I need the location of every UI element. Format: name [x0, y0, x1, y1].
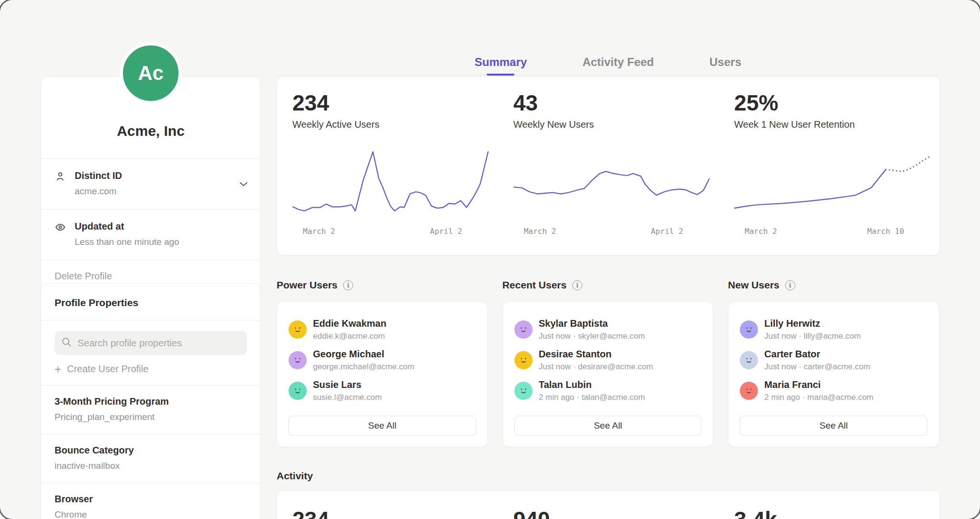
distinct-id-label: Distinct ID — [75, 170, 122, 181]
avatar — [740, 320, 758, 339]
stat-weekly-active-users: 234 Weekly Active Users March 2 April 2 — [277, 77, 498, 255]
power-users-card: Eddie Kwakman eddie.k@acme.com George Mi… — [277, 301, 488, 447]
recent-users-column: Recent Users i Skylar Baptista Just now … — [502, 279, 714, 447]
company-profile-page: Ac Acme, Inc Distinct ID acme.com — [0, 0, 980, 519]
user-name: Skylar Baptista — [539, 318, 645, 329]
updated-at-label: Updated at — [75, 221, 179, 232]
see-all-button[interactable]: See All — [289, 416, 476, 436]
stat-value: 234 — [292, 508, 498, 519]
user-name: George Michael — [313, 349, 414, 360]
user-subtitle: Just now · desirare@acme.com — [539, 362, 653, 372]
weekly-new-users-chart — [513, 148, 710, 219]
chevron-down-icon[interactable] — [239, 180, 248, 188]
property-row-pricing-program[interactable]: 3-Month Pricing Program Pricing_plan_exp… — [41, 385, 260, 434]
tab-bar: Summary Activity Feed Users — [277, 50, 939, 75]
x-axis-labels: March 2 April 2 — [513, 227, 710, 236]
company-avatar-initials: Ac — [138, 62, 164, 85]
recent-users-title: Recent Users — [502, 279, 567, 291]
avatar — [289, 382, 307, 400]
new-users-card: Lilly Herwitz Just now · lilly@acme.com … — [728, 301, 939, 447]
see-all-button[interactable]: See All — [514, 416, 702, 436]
company-avatar: Ac — [120, 42, 182, 104]
property-name: 3-Month Pricing Program — [55, 396, 247, 407]
stat-value: 940 — [513, 508, 719, 519]
plus-icon: + — [55, 364, 61, 374]
info-icon[interactable]: i — [343, 280, 353, 290]
avatar-face-icon — [517, 323, 530, 336]
avatar-face-icon — [743, 323, 755, 336]
user-subtitle: Just now · carter@acme.com — [764, 362, 870, 372]
user-name: Susie Lars — [313, 379, 382, 390]
retention-chart — [734, 148, 930, 219]
user-list-item[interactable]: Talan Lubin 2 min ago · talan@acme.com — [514, 375, 702, 406]
tab-users[interactable]: Users — [710, 50, 742, 75]
user-subtitle: Just now · skyler@acme.com — [539, 331, 645, 341]
user-list-item[interactable]: George Michael george.michael@acme.com — [289, 345, 476, 375]
recent-users-card: Skylar Baptista Just now · skyler@acme.c… — [502, 301, 714, 447]
summary-stats-card: 234 Weekly Active Users March 2 April 2 … — [277, 77, 940, 255]
user-name: Lilly Herwitz — [764, 318, 860, 329]
activity-section-title: Activity — [277, 470, 313, 482]
property-row-browser[interactable]: Browser Chrome — [41, 483, 260, 519]
search-icon — [61, 337, 72, 349]
avatar-face-icon — [291, 385, 304, 397]
see-all-button[interactable]: See All — [740, 416, 927, 436]
updated-at-value: Less than one minute ago — [75, 237, 179, 247]
property-name: Bounce Category — [55, 445, 247, 456]
property-value: inactive-mailbox — [55, 461, 247, 471]
x-tick: March 10 — [867, 227, 904, 236]
power-users-title: Power Users — [277, 279, 337, 291]
search-profile-properties[interactable] — [55, 331, 247, 355]
user-list-item[interactable]: Eddie Kwakman eddie.k@acme.com — [289, 314, 476, 345]
stat-value: 43 — [513, 91, 719, 114]
user-list-item[interactable]: Susie Lars susie.l@acme.com — [289, 375, 476, 406]
weekly-active-users-chart — [292, 148, 489, 219]
user-name: Desirae Stanton — [539, 349, 653, 360]
user-subtitle: eddie.k@acme.com — [313, 331, 386, 341]
property-row-bounce-category[interactable]: Bounce Category inactive-mailbox — [41, 434, 260, 483]
avatar — [740, 351, 758, 369]
user-subtitle: 2 min ago · talan@acme.com — [539, 393, 645, 402]
stat-value: 234 — [292, 91, 498, 114]
avatar-face-icon — [517, 385, 530, 397]
user-lists-row: Power Users i Eddie Kwakman eddie.k@acme… — [277, 279, 939, 447]
search-profile-properties-input[interactable] — [77, 337, 240, 349]
person-icon — [55, 170, 67, 197]
user-subtitle: 2 min ago · maria@acme.com — [764, 393, 873, 402]
tab-summary[interactable]: Summary — [475, 50, 527, 75]
info-icon[interactable]: i — [572, 280, 582, 290]
user-list-item[interactable]: Skylar Baptista Just now · skyler@acme.c… — [514, 314, 702, 345]
tab-activity-feed[interactable]: Activity Feed — [582, 50, 654, 75]
user-list-item[interactable]: Desirae Stanton Just now · desirare@acme… — [514, 345, 702, 375]
user-name: Carter Bator — [764, 349, 870, 360]
property-value: Chrome — [55, 509, 247, 519]
avatar-face-icon — [517, 354, 530, 366]
user-name: Eddie Kwakman — [313, 318, 386, 329]
stat-value: 25% — [734, 91, 940, 114]
avatar — [289, 320, 307, 339]
avatar-face-icon — [743, 385, 755, 397]
activity-stat-2: 940 — [498, 491, 719, 519]
user-name: Talan Lubin — [539, 379, 645, 390]
stat-label: Week 1 New User Retention — [734, 119, 940, 130]
profile-card: Acme, Inc Distinct ID acme.com — [41, 77, 261, 295]
user-list-item[interactable]: Carter Bator Just now · carter@acme.com — [740, 345, 927, 375]
user-list-item[interactable]: Maria Franci 2 min ago · maria@acme.com — [740, 375, 927, 406]
profile-properties-card: Profile Properties + Create User Profile… — [41, 283, 261, 519]
new-users-title: New Users — [728, 279, 779, 291]
avatar-face-icon — [743, 354, 755, 366]
avatar — [514, 320, 533, 339]
avatar-face-icon — [291, 323, 304, 336]
user-subtitle: Just now · lilly@acme.com — [764, 331, 860, 341]
create-user-profile-button[interactable]: + Create User Profile — [55, 364, 247, 375]
stat-label: Weekly New Users — [513, 119, 719, 130]
user-list-item[interactable]: Lilly Herwitz Just now · lilly@acme.com — [740, 314, 927, 345]
info-icon[interactable]: i — [785, 280, 795, 290]
x-axis-labels: March 2 April 2 — [292, 227, 489, 236]
x-tick: March 2 — [745, 227, 777, 236]
avatar — [514, 351, 533, 369]
stat-week1-retention: 25% Week 1 New User Retention March 2 Ma… — [719, 77, 940, 255]
distinct-id-row[interactable]: Distinct ID acme.com — [41, 158, 260, 209]
stat-value: 3.4k — [734, 508, 940, 519]
eye-icon — [55, 221, 67, 247]
